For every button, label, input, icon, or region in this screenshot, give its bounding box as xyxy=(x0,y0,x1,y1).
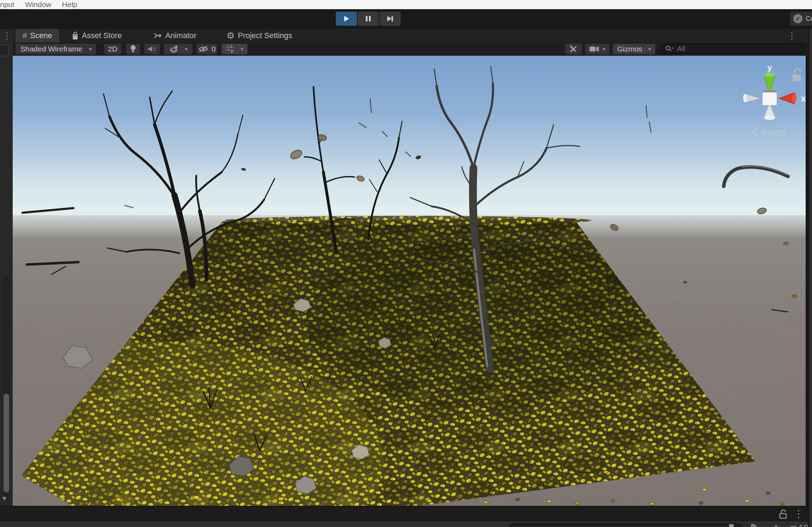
chevron-down-icon: ▾ xyxy=(89,46,92,52)
chevron-down-icon: ▾ xyxy=(185,46,188,52)
tab-project-settings[interactable]: ⚙ Project Settings xyxy=(219,29,299,42)
eye-slash-icon xyxy=(198,45,209,53)
asset-store-bag-icon xyxy=(72,32,79,40)
editor-topbar: ✓ Co xyxy=(0,9,812,29)
unity-editor-window: { "menubar": { "items": ["nput", "Window… xyxy=(0,0,812,527)
bottom-panel-toolbar: ★ 10 xyxy=(0,521,808,527)
left-dock-panel-edge: ⋮ ▾ xyxy=(0,29,13,527)
gear-icon: ⚙ xyxy=(226,30,234,41)
scene-3d-render: y x Persp xyxy=(13,56,806,506)
left-panel-button-fragment[interactable] xyxy=(0,44,9,56)
separator xyxy=(238,46,238,52)
play-icon xyxy=(343,15,350,22)
editor-tools-button[interactable] xyxy=(565,44,582,54)
pause-button[interactable] xyxy=(358,12,379,26)
transport-controls xyxy=(336,12,401,26)
tag-icon xyxy=(750,523,758,527)
panel-unlock-icon[interactable] xyxy=(778,509,788,519)
chevron-down-icon: ▾ xyxy=(603,46,605,52)
left-panel-kebab-icon[interactable]: ⋮ xyxy=(2,30,12,42)
tab-project-settings-label: Project Settings xyxy=(238,31,292,40)
separator xyxy=(645,46,645,52)
package-icon xyxy=(728,523,736,527)
vertical-scrollbar-thumb[interactable] xyxy=(4,394,9,492)
menu-item-help[interactable]: Help xyxy=(62,0,77,9)
camera-icon xyxy=(589,46,600,53)
tab-scene[interactable]: # Scene xyxy=(16,29,59,42)
collab-label: Co xyxy=(806,15,812,23)
os-menubar: nput Window Help xyxy=(0,0,812,9)
scrollbar-down-arrow-icon[interactable]: ▾ xyxy=(2,494,6,503)
scene-viewport[interactable]: y x Persp xyxy=(13,56,806,506)
collab-check-icon: ✓ xyxy=(793,14,802,23)
scene-audio-button[interactable] xyxy=(144,44,160,54)
projection-label: Persp xyxy=(761,127,786,138)
bottom-panel-kebab-icon[interactable]: ⋮ xyxy=(794,508,804,520)
animator-icon xyxy=(154,32,162,39)
hidden-objects-count: 0 xyxy=(211,45,216,53)
eye-slash-icon xyxy=(787,524,797,527)
hidden-count-button[interactable]: 10 xyxy=(787,522,808,527)
scene-camera-dropdown[interactable]: ▾ xyxy=(585,44,609,54)
separator xyxy=(182,46,182,52)
menu-item-input[interactable]: nput xyxy=(0,0,14,9)
speaker-icon xyxy=(148,45,157,53)
draw-mode-dropdown[interactable]: Shaded Wireframe ▾ xyxy=(16,44,96,54)
scene-view-toolbar: Shaded Wireframe ▾ 2D ▾ 0 Y ▾ ▾ Gizmos ▾ xyxy=(13,42,808,56)
tab-animator-label: Animator xyxy=(165,31,196,40)
2d-label: 2D xyxy=(108,45,118,53)
scene-grid-icon: # xyxy=(23,31,27,40)
collab-button[interactable]: ✓ Co xyxy=(790,12,812,26)
tab-animator[interactable]: Animator xyxy=(147,29,203,42)
step-icon xyxy=(386,15,394,22)
effects-icon xyxy=(169,44,179,54)
scene-effects-dropdown[interactable]: ▾ xyxy=(164,44,192,54)
window-tab-bar: # Scene Asset Store Animator ⚙ Project S… xyxy=(13,29,808,42)
scene-lighting-button[interactable] xyxy=(126,44,140,54)
tab-asset-store-label: Asset Store xyxy=(82,31,122,40)
search-icon xyxy=(665,45,674,52)
right-dock-panel-edge xyxy=(808,29,812,527)
play-button[interactable] xyxy=(336,12,357,26)
scene-search-input[interactable] xyxy=(676,44,800,53)
scene-visibility-button[interactable]: 0 xyxy=(197,44,217,54)
grid-visibility-dropdown[interactable]: Y ▾ xyxy=(221,44,247,54)
chevron-down-icon: ▾ xyxy=(241,46,244,52)
chevron-down-icon: ▾ xyxy=(648,46,651,52)
package-filter-button[interactable] xyxy=(721,522,743,527)
menu-item-window[interactable]: Window xyxy=(25,0,52,9)
bottom-search-field[interactable] xyxy=(509,523,742,527)
pause-icon xyxy=(365,15,372,22)
svg-text:Y: Y xyxy=(230,49,234,54)
draw-mode-label: Shaded Wireframe xyxy=(20,45,82,53)
gizmos-dropdown[interactable]: Gizmos ▾ xyxy=(613,44,655,54)
sky xyxy=(13,56,806,215)
tab-asset-store[interactable]: Asset Store xyxy=(65,29,129,42)
axis-y-label: y xyxy=(767,63,772,72)
step-button[interactable] xyxy=(380,12,401,26)
light-bulb-icon xyxy=(130,45,136,53)
grid-axis-icon: Y xyxy=(226,44,235,54)
hidden-count-value: 10 xyxy=(799,523,808,527)
gizmo-center-cube[interactable] xyxy=(763,90,777,105)
scene-search-field[interactable] xyxy=(660,44,805,54)
bottom-panel-header: ⋮ xyxy=(0,506,808,521)
2d-toggle-button[interactable]: 2D xyxy=(104,44,121,54)
tab-bar-kebab-icon[interactable]: ⋮ xyxy=(787,30,796,41)
axis-x-label: x xyxy=(801,93,806,104)
tag-filter-button[interactable] xyxy=(743,522,765,527)
favorites-filter-button[interactable]: ★ xyxy=(765,522,787,527)
tab-scene-label: Scene xyxy=(30,31,52,40)
star-icon: ★ xyxy=(771,523,780,527)
gizmos-label: Gizmos xyxy=(617,45,642,53)
tools-icon xyxy=(569,44,578,54)
